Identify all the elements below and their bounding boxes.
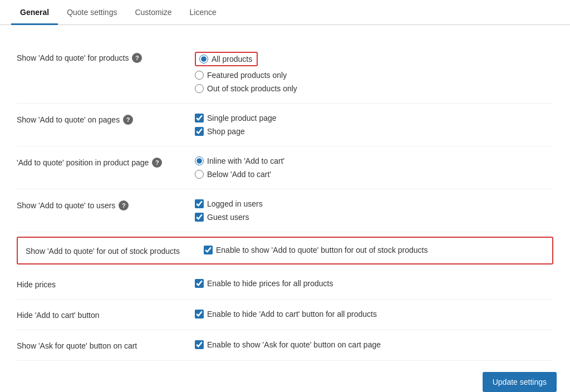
radio-out-of-stock-products[interactable]: Out of stock products only [195, 84, 553, 93]
checkbox-hide-prices[interactable]: Enable to hide prices for all products [195, 279, 553, 288]
tab-general[interactable]: General [11, 0, 58, 25]
checkbox-ask-for-quote[interactable]: Enable to show 'Ask for quote' button on… [195, 340, 553, 349]
setting-label-position: 'Add to quote' position in product page [17, 158, 149, 167]
checkbox-hide-add-to-cart-label[interactable]: Enable to hide 'Add to cart' button for … [207, 310, 377, 318]
radio-all-products-highlight: All products [195, 52, 258, 66]
setting-label-out-of-stock: Show 'Add to quote' for out of stock pro… [26, 247, 180, 256]
radio-inline-with-add-to-cart[interactable]: Inline with 'Add to cart' [195, 156, 553, 165]
radio-featured-products[interactable]: Featured products only [195, 71, 553, 80]
radio-below-label[interactable]: Below 'Add to cart' [207, 170, 271, 179]
checkbox-logged-in-input[interactable] [195, 199, 204, 208]
checkbox-shop-page-label[interactable]: Shop page [207, 127, 245, 136]
setting-control-pages: Single product page Shop page [195, 114, 553, 136]
radio-all-products-label[interactable]: All products [212, 55, 252, 63]
setting-label-products: Show 'Add to quote' for products [17, 53, 129, 62]
radio-featured-input[interactable] [195, 71, 204, 80]
highlighted-row-out-of-stock: Show 'Add to quote' for out of stock pro… [17, 237, 553, 264]
setting-control-hide-add-to-cart: Enable to hide 'Add to cart' button for … [195, 310, 553, 318]
radio-all-products-input[interactable] [199, 55, 208, 63]
checkbox-shop-page-input[interactable] [195, 127, 204, 136]
tab-licence[interactable]: Licence [181, 0, 225, 25]
radio-out-of-stock-input[interactable] [195, 84, 204, 93]
setting-control-products: All products Featured products only Out … [195, 52, 553, 93]
setting-control-ask-for-quote: Enable to show 'Ask for quote' button on… [195, 340, 553, 349]
help-icon-position[interactable]: ? [152, 158, 162, 168]
settings-content: Show 'Add to quote' for products ? All p… [0, 25, 570, 392]
checkbox-guest-input[interactable] [195, 213, 204, 222]
checkbox-guest-users[interactable]: Guest users [195, 213, 553, 222]
setting-row-position: 'Add to quote' position in product page … [17, 146, 553, 189]
setting-row-pages: Show 'Add to quote' on pages ? Single pr… [17, 104, 553, 146]
radio-out-of-stock-label[interactable]: Out of stock products only [207, 84, 297, 93]
checkbox-hide-add-to-cart-input[interactable] [195, 310, 204, 318]
setting-label-users: Show 'Add to quote' to users [17, 201, 115, 210]
checkbox-guest-label[interactable]: Guest users [207, 213, 249, 222]
setting-row-users: Show 'Add to quote' to users ? Logged in… [17, 189, 553, 232]
setting-row-hide-prices: Hide prices Enable to hide prices for al… [17, 269, 553, 300]
setting-control-out-of-stock: Enable to show 'Add to quote' button for… [204, 246, 544, 254]
update-settings-button[interactable]: Update settings [483, 372, 557, 392]
checkbox-enable-out-of-stock[interactable]: Enable to show 'Add to quote' button for… [204, 246, 544, 254]
radio-inline-input[interactable] [195, 156, 204, 165]
help-icon-pages[interactable]: ? [123, 115, 133, 125]
setting-row-ask-for-quote: Show 'Ask for quote' button on cart Enab… [17, 330, 553, 361]
page-container: General Quote settings Customize Licence… [0, 0, 570, 392]
setting-control-hide-prices: Enable to hide prices for all products [195, 279, 553, 288]
checkbox-hide-prices-input[interactable] [195, 279, 204, 288]
radio-all-products[interactable]: All products [195, 52, 553, 66]
checkbox-hide-add-to-cart[interactable]: Enable to hide 'Add to cart' button for … [195, 310, 553, 318]
setting-label-hide-prices: Hide prices [17, 280, 56, 289]
checkbox-logged-in-label[interactable]: Logged in users [207, 199, 263, 208]
checkbox-shop-page[interactable]: Shop page [195, 127, 553, 136]
checkbox-single-product-page[interactable]: Single product page [195, 114, 553, 122]
help-icon-products[interactable]: ? [132, 53, 142, 63]
checkbox-ask-for-quote-input[interactable] [195, 340, 204, 349]
radio-below-input[interactable] [195, 170, 204, 179]
help-icon-users[interactable]: ? [119, 200, 129, 210]
tab-quote-settings[interactable]: Quote settings [58, 0, 126, 25]
tab-customize[interactable]: Customize [126, 0, 180, 25]
checkbox-single-product-input[interactable] [195, 114, 204, 122]
setting-label-ask-for-quote: Show 'Ask for quote' button on cart [17, 341, 137, 350]
setting-control-position: Inline with 'Add to cart' Below 'Add to … [195, 156, 553, 179]
setting-row-out-of-stock: Show 'Add to quote' for out of stock pro… [18, 238, 552, 263]
setting-control-users: Logged in users Guest users [195, 199, 553, 222]
checkbox-out-of-stock-input[interactable] [204, 246, 213, 254]
checkbox-single-product-label[interactable]: Single product page [207, 114, 277, 122]
tabs-bar: General Quote settings Customize Licence [0, 0, 570, 25]
setting-label-pages: Show 'Add to quote' on pages [17, 115, 120, 124]
checkbox-hide-prices-label[interactable]: Enable to hide prices for all products [207, 279, 333, 288]
checkbox-ask-for-quote-label[interactable]: Enable to show 'Ask for quote' button on… [207, 340, 381, 349]
setting-row-hide-add-to-cart: Hide 'Add to cart' button Enable to hide… [17, 300, 553, 330]
radio-inline-label[interactable]: Inline with 'Add to cart' [207, 156, 284, 165]
setting-row-products: Show 'Add to quote' for products ? All p… [17, 42, 553, 104]
setting-label-hide-add-to-cart: Hide 'Add to cart' button [17, 311, 100, 320]
checkbox-out-of-stock-label[interactable]: Enable to show 'Add to quote' button for… [216, 246, 428, 254]
radio-featured-label[interactable]: Featured products only [207, 71, 287, 80]
checkbox-logged-in-users[interactable]: Logged in users [195, 199, 553, 208]
radio-below-add-to-cart[interactable]: Below 'Add to cart' [195, 170, 553, 179]
